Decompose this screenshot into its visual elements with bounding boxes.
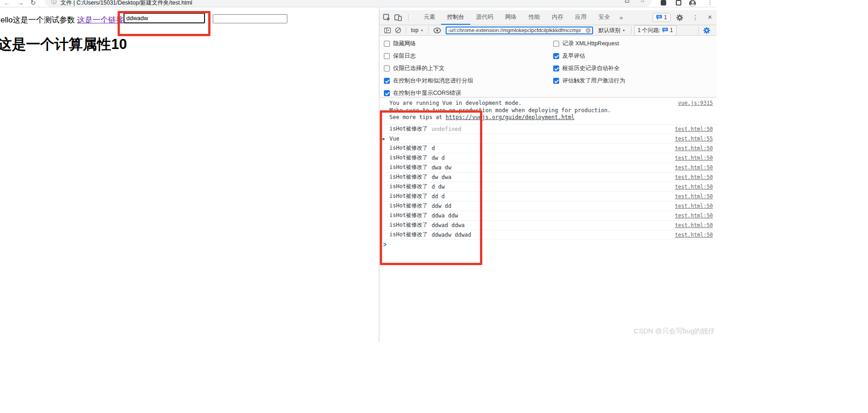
settings-checkbox-row[interactable]: 仅限已选择的上下文: [384, 62, 473, 75]
tab-内存[interactable]: 内存: [546, 10, 569, 25]
clear-console-icon[interactable]: [395, 27, 401, 33]
extension-pin-icon[interactable]: [661, 0, 666, 5]
tab-网络[interactable]: 网络: [499, 10, 523, 25]
source-link[interactable]: test.html:50: [675, 193, 713, 200]
expand-triangle-icon[interactable]: ▶: [383, 136, 385, 141]
back-icon[interactable]: ←: [4, 0, 11, 7]
greeting-text: Hello这是一个测试参数: [0, 16, 75, 24]
log-message: isHot被修改了: [389, 221, 428, 229]
bookmark-star-icon[interactable]: ☆: [640, 0, 646, 4]
source-link[interactable]: test.html:50: [675, 232, 713, 238]
settings-checkbox-row[interactable]: 保留日志: [384, 50, 473, 62]
checkbox[interactable]: [384, 65, 390, 71]
divider: [428, 27, 429, 34]
log-value: dw d: [431, 155, 445, 161]
checkbox[interactable]: [553, 65, 559, 71]
browser-window: ← → ↻ ⓘ 文件 | C:/Users/15031/Desktop/新建文件…: [0, 0, 717, 342]
source-link[interactable]: test.html:50: [675, 184, 713, 190]
url-text[interactable]: 文件 | C:/Users/15031/Desktop/新建文件夹/test.h…: [60, 0, 192, 7]
deployment-guide-link[interactable]: https://vuejs.org/guide/deployment.html: [446, 114, 575, 120]
log-value: dw dwa: [431, 174, 451, 180]
share-icon[interactable]: [624, 0, 630, 3]
console-sidebar-icon[interactable]: [384, 27, 391, 34]
text-input-focused[interactable]: [124, 13, 205, 23]
source-link[interactable]: test.html:50: [675, 212, 713, 219]
tab-源代码[interactable]: 源代码: [470, 10, 500, 25]
console-log-row: isHot被修改了 ddwa ddw test.html:50: [379, 211, 717, 221]
log-value: ddwa ddw: [431, 212, 458, 219]
console-log-row: isHot被修改了 dw d test.html:50: [379, 153, 717, 163]
devtools-menu-icon[interactable]: ⋮: [692, 14, 699, 21]
settings-checkbox-row[interactable]: 在控制台中对相似消息进行分组: [384, 75, 473, 87]
issues-badge[interactable]: 1 个问题: 1: [634, 25, 677, 36]
log-value: d dw: [431, 184, 445, 190]
device-toolbar-icon[interactable]: [394, 14, 402, 21]
checkbox[interactable]: [384, 53, 390, 59]
source-link[interactable]: test.html:50: [675, 174, 713, 180]
profile-avatar[interactable]: [689, 0, 696, 7]
console-filter-box: ×: [446, 27, 593, 34]
text-input-empty[interactable]: [213, 14, 287, 23]
more-tabs-button[interactable]: »: [616, 14, 626, 21]
console-log-row: isHot被修改了 dw dwa test.html:50: [379, 173, 717, 182]
browser-toolbar: ← → ↻ ⓘ 文件 | C:/Users/15031/Desktop/新建文件…: [0, 0, 717, 7]
checkbox[interactable]: [553, 41, 559, 47]
source-link[interactable]: test.html:50: [675, 203, 713, 209]
checkbox[interactable]: [384, 41, 390, 47]
console-filter-input[interactable]: [448, 27, 586, 33]
tab-控制台[interactable]: 控制台: [441, 10, 470, 25]
speech-bubble-icon: [662, 27, 668, 33]
console-prompt-row[interactable]: >: [379, 240, 717, 250]
url-bar[interactable]: ⓘ 文件 | C:/Users/15031/Desktop/新建文件夹/test…: [45, 0, 652, 7]
log-message: Vue: [389, 136, 399, 142]
csdn-watermark: CSDN @只会写bug的靓仔: [631, 327, 715, 336]
settings-checkbox-row[interactable]: 记录 XMLHttpRequest: [553, 38, 625, 50]
clear-filter-icon[interactable]: ×: [586, 28, 591, 33]
console-log-row: isHot被修改了 d dw test.html:50: [379, 182, 717, 192]
log-message: isHot被修改了: [389, 202, 428, 210]
source-link[interactable]: test.html:55: [675, 136, 713, 142]
console-log-row: ▶ Vue test.html:55: [379, 134, 717, 144]
log-message: isHot被修改了: [389, 231, 428, 239]
test-link[interactable]: 这是一个链接: [77, 16, 124, 24]
settings-checkbox-row[interactable]: 隐藏网络: [384, 38, 473, 50]
log-level-selector[interactable]: 默认级别 ▼: [598, 27, 625, 34]
source-link[interactable]: test.html:50: [675, 126, 713, 132]
side-panel-icon[interactable]: [676, 0, 681, 5]
source-link[interactable]: vue.js:9315: [678, 100, 713, 107]
tab-安全[interactable]: 安全: [593, 10, 616, 25]
console-log-row: isHot被修改了 ddw dd test.html:50: [379, 201, 717, 211]
inspect-element-icon[interactable]: [383, 14, 391, 22]
context-selector[interactable]: top ▼: [411, 27, 424, 33]
devtools-settings-gear-icon[interactable]: [676, 14, 683, 21]
devtools-close-icon[interactable]: ×: [708, 14, 712, 21]
warning-line: Make sure to turn on production mode whe…: [389, 107, 713, 114]
log-message: isHot被修改了: [389, 154, 428, 162]
tab-应用[interactable]: 应用: [569, 10, 593, 25]
checkbox[interactable]: [553, 53, 559, 59]
source-link[interactable]: test.html:50: [675, 164, 713, 171]
settings-checkbox-row[interactable]: 评估触发了用户激活行为: [553, 75, 625, 87]
log-value: undefined: [431, 126, 461, 132]
source-link[interactable]: test.html:50: [675, 145, 713, 152]
reload-icon[interactable]: ↻: [30, 0, 36, 7]
page-info-icon[interactable]: ⓘ: [51, 0, 57, 6]
settings-column-right: 记录 XMLHttpRequest 及早评估 根据历史记录自动补全 评估触发了用…: [553, 38, 625, 87]
live-expression-eye-icon[interactable]: [433, 27, 441, 33]
chrome-menu-icon[interactable]: ⋮: [707, 0, 713, 6]
divider: [406, 27, 406, 34]
console-settings-panel: 隐藏网络 保留日志 仅限已选择的上下文 在控制台中对相似消息进行分组 在控制台中…: [379, 36, 717, 98]
checkbox[interactable]: [384, 90, 390, 96]
tab-元素[interactable]: 元素: [418, 10, 441, 25]
source-link[interactable]: test.html:50: [675, 155, 713, 161]
tab-性能[interactable]: 性能: [523, 10, 546, 25]
messages-badge[interactable]: 1: [652, 13, 671, 22]
forward-icon[interactable]: →: [17, 0, 24, 7]
console-settings-gear-icon-active[interactable]: [703, 27, 710, 34]
checkbox[interactable]: [384, 78, 390, 84]
checkbox[interactable]: [553, 78, 559, 84]
log-message: isHot被修改了: [389, 125, 428, 133]
settings-checkbox-row[interactable]: 根据历史记录自动补全: [553, 62, 625, 75]
source-link[interactable]: test.html:50: [675, 222, 713, 228]
settings-checkbox-row[interactable]: 及早评估: [553, 50, 625, 62]
